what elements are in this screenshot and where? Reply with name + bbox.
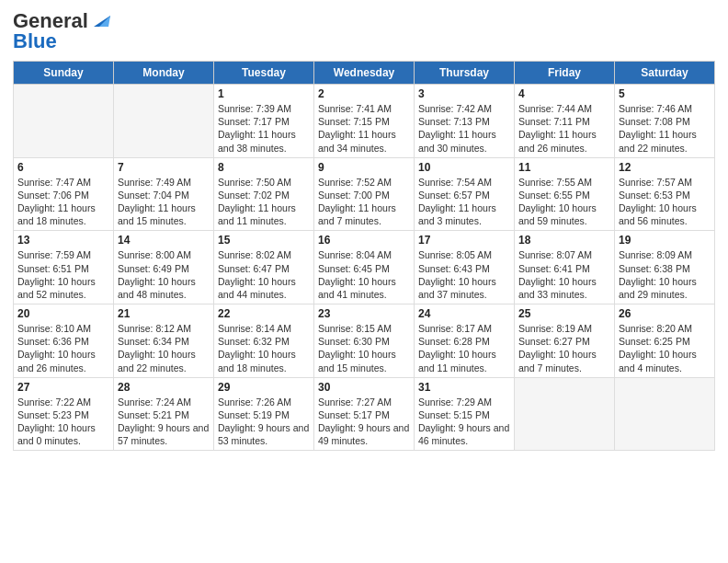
day-info: Sunrise: 7:29 AM Sunset: 5:15 PM Dayligh… [418, 396, 510, 448]
day-info: Sunrise: 7:41 AM Sunset: 7:15 PM Dayligh… [318, 102, 410, 155]
day-info: Sunrise: 7:44 AM Sunset: 7:11 PM Dayligh… [518, 102, 610, 155]
calendar-cell: 18Sunrise: 8:07 AM Sunset: 6:41 PM Dayli… [515, 231, 615, 304]
calendar-cell: 20Sunrise: 8:10 AM Sunset: 6:36 PM Dayli… [14, 304, 114, 378]
day-info: Sunrise: 8:00 AM Sunset: 6:49 PM Dayligh… [118, 248, 210, 301]
calendar-cell [14, 85, 114, 158]
day-info: Sunrise: 7:42 AM Sunset: 7:13 PM Dayligh… [418, 102, 510, 155]
calendar-cell: 28Sunrise: 7:24 AM Sunset: 5:21 PM Dayli… [114, 377, 214, 451]
calendar-cell: 30Sunrise: 7:27 AM Sunset: 5:17 PM Dayli… [314, 377, 415, 451]
day-number: 24 [418, 307, 510, 320]
day-number: 15 [218, 234, 310, 247]
calendar-cell: 5Sunrise: 7:46 AM Sunset: 7:08 PM Daylig… [615, 85, 715, 158]
day-info: Sunrise: 8:10 AM Sunset: 6:36 PM Dayligh… [17, 322, 109, 374]
day-number: 31 [418, 381, 510, 394]
calendar-cell: 7Sunrise: 7:49 AM Sunset: 7:04 PM Daylig… [114, 157, 214, 231]
calendar-table: SundayMondayTuesdayWednesdayThursdayFrid… [13, 61, 715, 451]
calendar-cell: 21Sunrise: 8:12 AM Sunset: 6:34 PM Dayli… [114, 304, 214, 378]
calendar-cell: 11Sunrise: 7:55 AM Sunset: 6:55 PM Dayli… [515, 157, 615, 231]
calendar-cell: 6Sunrise: 7:47 AM Sunset: 7:06 PM Daylig… [14, 157, 114, 231]
calendar-cell: 16Sunrise: 8:04 AM Sunset: 6:45 PM Dayli… [314, 231, 415, 304]
calendar-week-row: 6Sunrise: 7:47 AM Sunset: 7:06 PM Daylig… [14, 157, 715, 231]
day-number: 9 [318, 161, 410, 174]
day-number: 23 [318, 307, 410, 320]
calendar-cell: 12Sunrise: 7:57 AM Sunset: 6:53 PM Dayli… [615, 157, 715, 231]
logo: General Blue [13, 9, 110, 53]
day-info: Sunrise: 7:50 AM Sunset: 7:02 PM Dayligh… [218, 176, 310, 228]
day-number: 20 [17, 307, 109, 320]
calendar-cell: 4Sunrise: 7:44 AM Sunset: 7:11 PM Daylig… [515, 85, 615, 158]
day-info: Sunrise: 8:17 AM Sunset: 6:28 PM Dayligh… [418, 322, 510, 374]
day-number: 28 [118, 381, 210, 394]
day-number: 29 [218, 381, 310, 394]
day-number: 14 [118, 234, 210, 247]
calendar-cell: 17Sunrise: 8:05 AM Sunset: 6:43 PM Dayli… [415, 231, 515, 304]
day-info: Sunrise: 8:19 AM Sunset: 6:27 PM Dayligh… [518, 322, 610, 374]
day-info: Sunrise: 8:14 AM Sunset: 6:32 PM Dayligh… [218, 322, 310, 374]
logo-blue-text: Blue [13, 29, 57, 53]
day-number: 13 [17, 234, 109, 247]
calendar-cell: 3Sunrise: 7:42 AM Sunset: 7:13 PM Daylig… [415, 85, 515, 158]
calendar-week-row: 20Sunrise: 8:10 AM Sunset: 6:36 PM Dayli… [14, 304, 715, 378]
day-number: 12 [619, 161, 711, 174]
day-number: 19 [619, 234, 711, 247]
day-number: 11 [518, 161, 610, 174]
calendar-cell: 9Sunrise: 7:52 AM Sunset: 7:00 PM Daylig… [314, 157, 415, 231]
weekday-header-thursday: Thursday [415, 62, 515, 85]
day-number: 8 [218, 161, 310, 174]
day-info: Sunrise: 8:12 AM Sunset: 6:34 PM Dayligh… [118, 322, 210, 374]
day-number: 5 [619, 87, 711, 100]
day-info: Sunrise: 8:02 AM Sunset: 6:47 PM Dayligh… [218, 248, 310, 301]
page: General Blue SundayMondayTuesdayWednesda… [0, 0, 728, 563]
day-info: Sunrise: 8:07 AM Sunset: 6:41 PM Dayligh… [518, 248, 610, 301]
calendar-cell: 25Sunrise: 8:19 AM Sunset: 6:27 PM Dayli… [515, 304, 615, 378]
calendar-cell: 22Sunrise: 8:14 AM Sunset: 6:32 PM Dayli… [214, 304, 314, 378]
day-number: 18 [518, 234, 610, 247]
calendar-cell: 31Sunrise: 7:29 AM Sunset: 5:15 PM Dayli… [415, 377, 515, 451]
calendar-cell [615, 377, 715, 451]
day-number: 7 [118, 161, 210, 174]
day-number: 6 [17, 161, 109, 174]
day-number: 22 [218, 307, 310, 320]
day-number: 21 [118, 307, 210, 320]
weekday-header-saturday: Saturday [615, 62, 715, 85]
calendar-cell: 26Sunrise: 8:20 AM Sunset: 6:25 PM Dayli… [615, 304, 715, 378]
day-number: 17 [418, 234, 510, 247]
day-info: Sunrise: 7:49 AM Sunset: 7:04 PM Dayligh… [118, 176, 210, 228]
day-info: Sunrise: 7:57 AM Sunset: 6:53 PM Dayligh… [619, 176, 711, 228]
calendar-cell: 1Sunrise: 7:39 AM Sunset: 7:17 PM Daylig… [214, 85, 314, 158]
day-info: Sunrise: 7:46 AM Sunset: 7:08 PM Dayligh… [619, 102, 711, 155]
day-number: 3 [418, 87, 510, 100]
calendar-week-row: 13Sunrise: 7:59 AM Sunset: 6:51 PM Dayli… [14, 231, 715, 304]
weekday-header-tuesday: Tuesday [214, 62, 314, 85]
day-info: Sunrise: 7:24 AM Sunset: 5:21 PM Dayligh… [118, 396, 210, 448]
day-info: Sunrise: 7:27 AM Sunset: 5:17 PM Dayligh… [318, 396, 410, 448]
day-number: 2 [318, 87, 410, 100]
logo-wing-icon [90, 12, 110, 29]
day-info: Sunrise: 7:47 AM Sunset: 7:06 PM Dayligh… [17, 176, 109, 228]
day-info: Sunrise: 7:26 AM Sunset: 5:19 PM Dayligh… [218, 396, 310, 448]
calendar-cell: 14Sunrise: 8:00 AM Sunset: 6:49 PM Dayli… [114, 231, 214, 304]
calendar-cell: 10Sunrise: 7:54 AM Sunset: 6:57 PM Dayli… [415, 157, 515, 231]
calendar-cell: 24Sunrise: 8:17 AM Sunset: 6:28 PM Dayli… [415, 304, 515, 378]
calendar-week-row: 27Sunrise: 7:22 AM Sunset: 5:23 PM Dayli… [14, 377, 715, 451]
weekday-header-row: SundayMondayTuesdayWednesdayThursdayFrid… [14, 62, 715, 85]
weekday-header-wednesday: Wednesday [314, 62, 415, 85]
day-number: 26 [619, 307, 711, 320]
weekday-header-friday: Friday [515, 62, 615, 85]
day-info: Sunrise: 7:55 AM Sunset: 6:55 PM Dayligh… [518, 176, 610, 228]
day-info: Sunrise: 7:59 AM Sunset: 6:51 PM Dayligh… [17, 248, 109, 301]
day-info: Sunrise: 8:20 AM Sunset: 6:25 PM Dayligh… [619, 322, 711, 374]
day-info: Sunrise: 8:09 AM Sunset: 6:38 PM Dayligh… [619, 248, 711, 301]
day-number: 25 [518, 307, 610, 320]
day-info: Sunrise: 7:39 AM Sunset: 7:17 PM Dayligh… [218, 102, 310, 155]
calendar-cell: 19Sunrise: 8:09 AM Sunset: 6:38 PM Dayli… [615, 231, 715, 304]
day-number: 4 [518, 87, 610, 100]
weekday-header-sunday: Sunday [14, 62, 114, 85]
day-info: Sunrise: 8:04 AM Sunset: 6:45 PM Dayligh… [318, 248, 410, 301]
day-number: 10 [418, 161, 510, 174]
calendar-cell: 8Sunrise: 7:50 AM Sunset: 7:02 PM Daylig… [214, 157, 314, 231]
calendar-cell [114, 85, 214, 158]
calendar-cell: 13Sunrise: 7:59 AM Sunset: 6:51 PM Dayli… [14, 231, 114, 304]
header: General Blue [13, 9, 715, 53]
day-info: Sunrise: 8:15 AM Sunset: 6:30 PM Dayligh… [318, 322, 410, 374]
